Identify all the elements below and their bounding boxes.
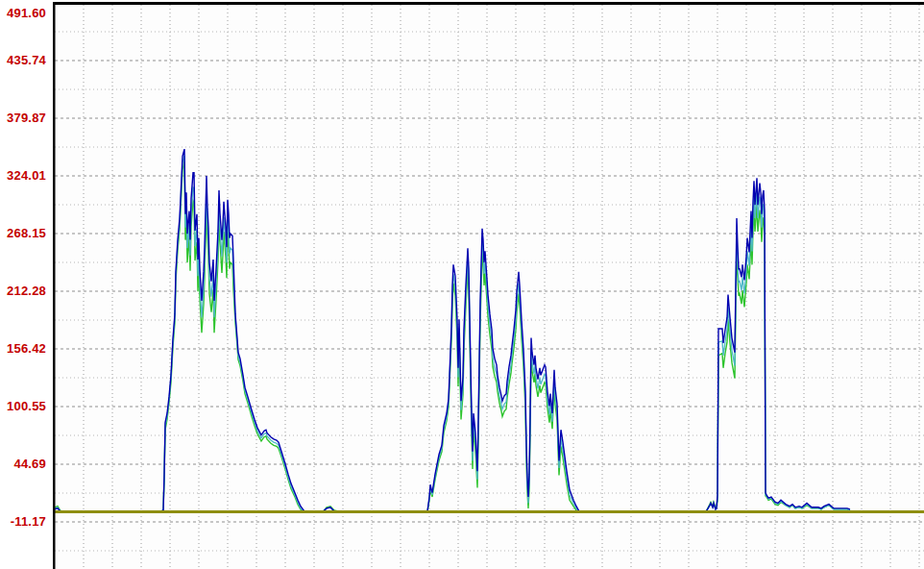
- plot-background: [55, 0, 924, 569]
- plot-border-top: [53, 2, 924, 5]
- plot-border-left: [53, 2, 56, 569]
- trend-chart-plot-area: [0, 0, 924, 569]
- trend-chart-window: 491.60435.74379.87324.01268.15212.28156.…: [0, 0, 924, 569]
